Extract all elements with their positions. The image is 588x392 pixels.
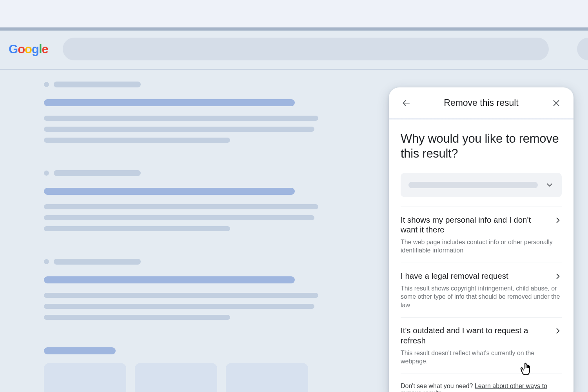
text-skeleton (44, 116, 318, 121)
reason-dropdown[interactable] (401, 173, 562, 197)
footer-prompt: Don't see what you need? (401, 383, 475, 389)
breadcrumb-skeleton (54, 82, 141, 87)
result-skeleton (44, 259, 330, 320)
close-icon (552, 99, 561, 107)
option-title: It shows my personal info and I don't wa… (401, 215, 562, 235)
logo-letter: g (32, 42, 39, 56)
panel-header: Remove this result (389, 87, 573, 119)
logo-letter: o (18, 42, 25, 56)
text-skeleton (44, 315, 230, 320)
option-personal-info[interactable]: It shows my personal info and I don't wa… (401, 207, 562, 263)
arrow-left-icon (401, 98, 411, 108)
search-input[interactable] (63, 38, 549, 60)
related-skeleton (44, 347, 330, 392)
option-outdated[interactable]: It's outdated and I want to request a re… (401, 317, 562, 373)
breadcrumb-skeleton (54, 170, 141, 176)
related-card-skeleton (44, 363, 126, 392)
logo-letter: o (25, 42, 32, 56)
google-logo[interactable]: Google (9, 42, 48, 56)
title-skeleton (44, 188, 295, 195)
text-skeleton (44, 204, 318, 209)
close-button[interactable] (548, 95, 564, 111)
title-skeleton (44, 99, 295, 106)
panel-title: Remove this result (444, 98, 518, 108)
logo-letter: e (42, 42, 48, 56)
related-card-skeleton (135, 363, 217, 392)
viewport-frame: Google (0, 0, 588, 392)
option-desc: This result shows copyright infringement… (401, 284, 562, 310)
favicon-skeleton (44, 171, 49, 176)
favicon-skeleton (44, 82, 49, 87)
search-page: Google (0, 31, 588, 392)
text-skeleton (44, 215, 314, 220)
logo-letter: l (39, 42, 42, 56)
result-skeleton (44, 82, 330, 143)
panel-question: Why would you like to remove this result… (401, 131, 562, 161)
browser-chrome-bar (0, 27, 588, 31)
search-results-skeleton (44, 82, 330, 392)
option-title: It's outdated and I want to request a re… (401, 325, 562, 345)
chevron-right-icon (554, 216, 562, 224)
dropdown-placeholder-skeleton (408, 182, 538, 188)
back-button[interactable] (398, 95, 414, 111)
result-skeleton (44, 170, 330, 231)
option-desc: This result doesn't reflect what's curre… (401, 349, 562, 366)
panel-body: Why would you like to remove this result… (389, 119, 573, 392)
text-skeleton (44, 127, 314, 132)
title-skeleton (44, 276, 295, 283)
option-desc: The web page includes contact info or ot… (401, 238, 562, 255)
chevron-down-icon (545, 181, 554, 189)
logo-letter: G (9, 42, 18, 56)
panel-footer: Don't see what you need? Learn about oth… (401, 374, 562, 392)
text-skeleton (44, 226, 230, 231)
favicon-skeleton (44, 259, 49, 264)
text-skeleton (44, 304, 314, 309)
chevron-right-icon (554, 327, 562, 335)
related-title-skeleton (44, 347, 116, 354)
text-skeleton (44, 138, 230, 143)
remove-result-panel: Remove this result Why would you like to… (389, 87, 573, 392)
breadcrumb-skeleton (54, 259, 141, 265)
chevron-right-icon (554, 272, 562, 280)
option-title: I have a legal removal request (401, 271, 562, 281)
option-legal-request[interactable]: I have a legal removal request This resu… (401, 263, 562, 317)
account-button[interactable] (577, 38, 588, 60)
search-header: Google (0, 31, 588, 70)
text-skeleton (44, 293, 318, 298)
related-card-skeleton (226, 363, 308, 392)
